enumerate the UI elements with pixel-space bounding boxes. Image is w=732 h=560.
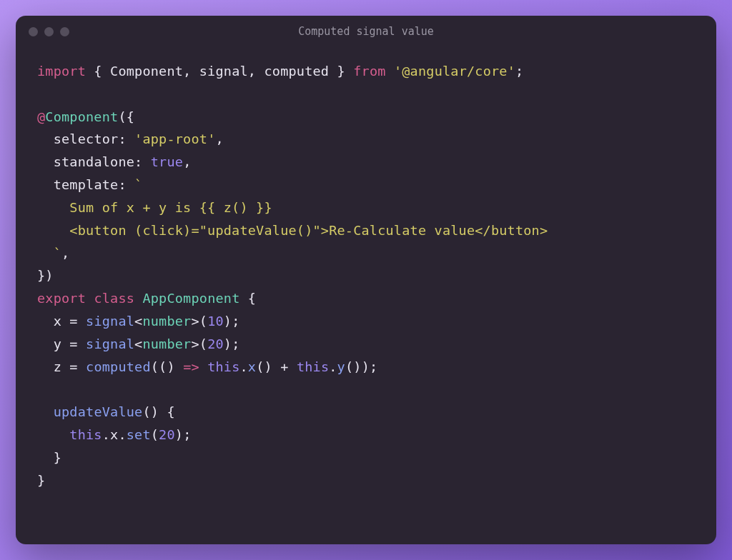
code-token: ()); <box>345 359 377 374</box>
code-token: { <box>86 64 110 79</box>
code-token: updateValue <box>54 404 143 419</box>
code-token: <button (click)="updateValue()">Re-Calcu… <box>37 223 548 238</box>
code-token: import <box>37 64 86 79</box>
code-token: = <box>61 336 86 351</box>
code-token: 20 <box>159 427 175 442</box>
code-token: signal <box>86 336 134 351</box>
code-token: number <box>142 314 191 329</box>
code-token: < <box>134 314 142 329</box>
code-token: Component <box>45 109 118 124</box>
code-token: x <box>54 314 61 329</box>
code-token: computed <box>264 64 330 79</box>
code-token: , <box>183 154 191 169</box>
code-token: '@angular/core' <box>394 64 515 79</box>
code-token: ` <box>134 177 142 192</box>
code-token: x <box>248 359 256 374</box>
code-token: this <box>297 359 329 374</box>
code-token: : <box>118 177 134 192</box>
code-token: Sum of x + y is {{ z() }} <box>37 200 272 215</box>
code-token: number <box>142 336 191 351</box>
code-token: AppComponent <box>142 291 239 306</box>
code-token: , <box>183 64 199 79</box>
minimize-icon[interactable] <box>44 27 54 36</box>
code-token: } <box>37 450 61 465</box>
code-token: ` <box>54 246 61 261</box>
code-token: 20 <box>207 336 224 351</box>
code-token <box>37 314 54 329</box>
code-token: y <box>337 359 345 374</box>
code-token <box>37 359 54 374</box>
code-token: @ <box>37 109 45 124</box>
code-token: >( <box>191 336 207 351</box>
code-token: signal <box>199 64 248 79</box>
code-token: . <box>118 427 126 442</box>
code-token: set <box>127 427 151 442</box>
titlebar: Computed signal value <box>16 16 716 47</box>
code-token <box>37 336 54 351</box>
code-token <box>37 404 54 419</box>
code-token: . <box>240 359 248 374</box>
code-token <box>37 154 54 169</box>
code-token: , <box>215 131 223 146</box>
code-token: ); <box>224 336 240 351</box>
code-token: ); <box>175 427 192 442</box>
window-title: Computed signal value <box>16 25 716 38</box>
code-token: ( <box>151 427 159 442</box>
code-token: . <box>329 359 337 374</box>
code-token: } <box>329 64 353 79</box>
code-token <box>37 177 54 192</box>
code-token: x <box>110 427 118 442</box>
code-token: () { <box>142 404 174 419</box>
code-token: selector <box>54 131 119 146</box>
code-token: ; <box>515 64 523 79</box>
code-token <box>37 131 54 146</box>
code-token: ); <box>224 314 240 329</box>
code-token: 10 <box>207 314 224 329</box>
code-token: : <box>134 154 151 169</box>
code-token <box>86 291 94 306</box>
code-token: computed <box>86 359 151 374</box>
code-token: , <box>248 64 264 79</box>
code-token <box>386 64 394 79</box>
code-token: , <box>61 246 69 261</box>
code-token <box>37 427 69 442</box>
code-token: template <box>54 177 119 192</box>
code-token: from <box>353 64 385 79</box>
code-token: = <box>61 314 86 329</box>
code-block: import { Component, signal, computed } f… <box>16 47 716 544</box>
code-token: { <box>239 291 256 306</box>
code-token: class <box>94 291 134 306</box>
code-token: export <box>37 291 86 306</box>
code-token: ({ <box>118 109 134 124</box>
code-token: y <box>54 336 61 351</box>
code-token: signal <box>86 314 134 329</box>
code-token: } <box>37 473 45 488</box>
code-token: < <box>134 336 142 351</box>
window-controls <box>29 27 69 36</box>
code-token: standalone <box>54 154 134 169</box>
code-token: }) <box>37 268 54 283</box>
code-token: = <box>61 359 86 374</box>
close-icon[interactable] <box>29 27 38 36</box>
code-token: this <box>207 359 239 374</box>
code-token <box>199 359 207 374</box>
code-token: Component <box>110 64 183 79</box>
code-token: (() <box>151 359 183 374</box>
code-token: 'app-root' <box>134 131 215 146</box>
code-token: => <box>183 359 199 374</box>
code-token: >( <box>191 314 207 329</box>
code-token: this <box>69 427 102 442</box>
code-token: () + <box>256 359 297 374</box>
code-token <box>134 291 142 306</box>
code-token: : <box>118 131 134 146</box>
code-token: true <box>151 154 183 169</box>
code-token: . <box>102 427 110 442</box>
code-token: z <box>54 359 61 374</box>
code-token <box>37 246 54 261</box>
maximize-icon[interactable] <box>60 27 69 36</box>
code-window: Computed signal value import { Component… <box>16 16 716 544</box>
